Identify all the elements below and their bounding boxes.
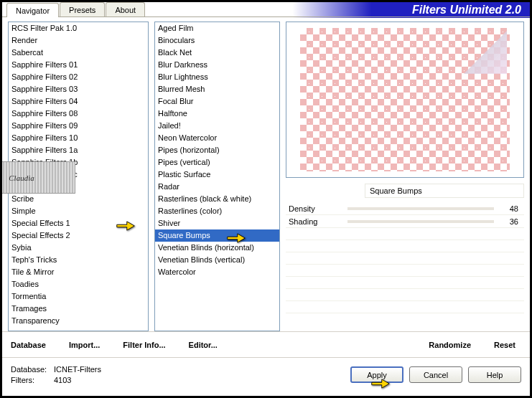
filter-item[interactable]: Square Bumps (155, 229, 279, 242)
category-item[interactable]: Sapphire Filters 03 (9, 83, 148, 95)
filter-item[interactable]: Halftone (155, 108, 279, 120)
db-info: Database:ICNET-Filters Filters:4103 (11, 364, 101, 386)
filter-item[interactable]: Venetian Blinds (horizontal) (155, 242, 279, 254)
filter-item[interactable]: Plastic Surface (155, 169, 279, 181)
category-item[interactable]: Sapphire Filters 1a (9, 144, 148, 156)
filter-column: Aged FilmBinocularsBlack NetBlur Darknes… (154, 22, 280, 331)
footer: Database:ICNET-Filters Filters:4103 Appl… (2, 357, 530, 392)
watermark-badge: Claudia (0, 161, 75, 194)
filter-name-row: Square Bumps (286, 184, 524, 198)
category-item[interactable]: Sapphire Filters 09 (9, 120, 148, 132)
filter-item[interactable]: Blur Lightness (155, 71, 279, 83)
filter-item[interactable]: Jailed! (155, 120, 279, 132)
tab-navigator[interactable]: Navigator (6, 3, 59, 17)
preview-area (286, 22, 524, 178)
param-label: Shading (286, 217, 343, 226)
category-item[interactable]: Special Effects 2 (9, 229, 148, 242)
category-item[interactable]: Special Effects 1 (9, 217, 148, 229)
tab-strip: Navigator Presets About (2, 2, 530, 17)
db-label: Database: (11, 364, 54, 375)
filter-item[interactable]: Venetian Blinds (vertical) (155, 254, 279, 266)
param-label: Density (286, 204, 343, 213)
category-item[interactable]: Sapphire Filters 10 (9, 132, 148, 144)
filter-item[interactable]: Radar (155, 181, 279, 193)
filter-item[interactable]: Aged Film (155, 22, 279, 34)
filter-item[interactable]: Watercolor (155, 266, 279, 278)
param-row: Shading36 (286, 215, 524, 228)
category-item[interactable]: Sapphire Filters 08 (9, 108, 148, 120)
tab-presets[interactable]: Presets (60, 2, 105, 16)
param-value: 36 (498, 217, 524, 226)
category-item[interactable]: Sapphire Filters 02 (9, 71, 148, 83)
filter-list[interactable]: Aged FilmBinocularsBlack NetBlur Darknes… (154, 22, 280, 331)
database-link[interactable]: Database (11, 341, 46, 349)
randomize-link[interactable]: Randomize (429, 341, 471, 349)
filter-item[interactable]: Blurred Mesh (155, 83, 279, 95)
category-item[interactable]: Sybia (9, 242, 148, 254)
category-item[interactable]: Scribe (9, 193, 148, 205)
parameter-panel: Density48Shading36 (286, 202, 524, 228)
reset-link[interactable]: Reset (494, 341, 515, 349)
category-item[interactable]: Transparency (9, 315, 148, 327)
filter-item[interactable]: Blur Darkness (155, 59, 279, 71)
filters-count-value: 4103 (54, 376, 71, 384)
category-item[interactable]: Simple (9, 205, 148, 217)
filter-item[interactable]: Rasterlines (color) (155, 205, 279, 217)
cancel-button[interactable]: Cancel (409, 366, 462, 383)
preview-image (300, 28, 510, 171)
filter-item[interactable]: Rasterlines (black & white) (155, 193, 279, 205)
param-row: Density48 (286, 202, 524, 215)
filter-item[interactable]: Pipes (horizontal) (155, 144, 279, 156)
filter-item[interactable]: Focal Blur (155, 95, 279, 108)
category-item[interactable]: Tile & Mirror (9, 266, 148, 278)
param-slider[interactable] (347, 220, 494, 223)
category-item[interactable]: Toadies (9, 278, 148, 290)
category-item[interactable]: RCS Filter Pak 1.0 (9, 22, 148, 34)
param-value: 48 (498, 204, 524, 213)
category-item[interactable]: Render (9, 34, 148, 47)
empty-param-rows (286, 228, 524, 313)
category-item[interactable]: Sabercat (9, 47, 148, 59)
filters-count-label: Filters: (11, 375, 54, 386)
filter-item[interactable]: Neon Watercolor (155, 132, 279, 144)
db-value: ICNET-Filters (54, 365, 101, 374)
tab-about[interactable]: About (106, 2, 145, 16)
param-slider[interactable] (347, 207, 494, 210)
category-item[interactable]: Sapphire Filters 04 (9, 95, 148, 108)
category-item[interactable]: Tramages (9, 303, 148, 315)
preview-column: Claudia Square Bumps Density48Shading36 (286, 22, 524, 331)
filter-item[interactable]: Shiver (155, 217, 279, 229)
filter-item[interactable]: Black Net (155, 47, 279, 59)
import-link[interactable]: Import... (69, 341, 100, 349)
filterinfo-link[interactable]: Filter Info... (123, 341, 165, 349)
editor-link[interactable]: Editor... (189, 341, 218, 349)
filter-item[interactable]: Binoculars (155, 34, 279, 47)
category-item[interactable]: Sapphire Filters 01 (9, 59, 148, 71)
category-item[interactable]: Teph's Tricks (9, 254, 148, 266)
apply-button[interactable]: Apply (350, 366, 403, 383)
help-button[interactable]: Help (468, 366, 521, 383)
toolbar: Database Import... Filter Info... Editor… (2, 331, 530, 357)
category-item[interactable]: Tormentia (9, 290, 148, 303)
current-filter-name: Square Bumps (365, 184, 524, 198)
main-panel: RCS Filter Pak 1.0RenderSabercatSapphire… (2, 17, 530, 331)
filter-item[interactable]: Pipes (vertical) (155, 156, 279, 169)
